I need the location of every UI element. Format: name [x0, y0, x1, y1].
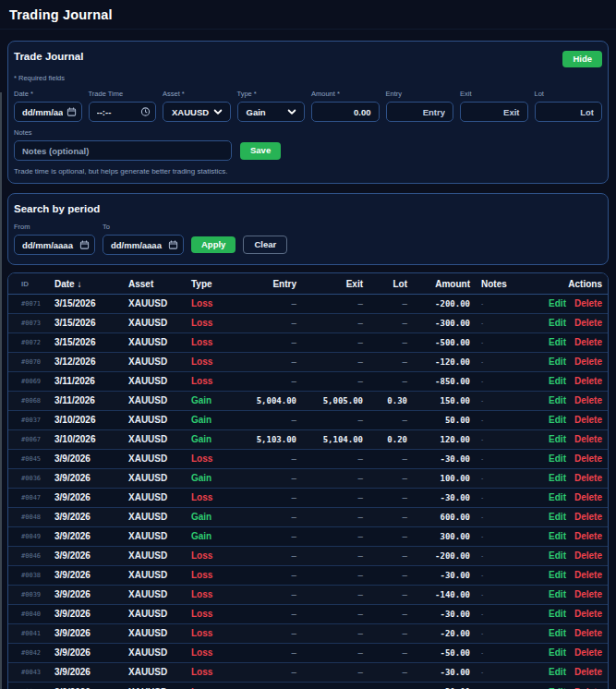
row-asset: XAUUSD	[123, 352, 186, 371]
row-date: 3/11/2026	[49, 391, 123, 410]
row-lot: –	[368, 662, 413, 682]
row-id-value: #0038	[21, 572, 41, 579]
row-lot-value: 0.20	[387, 435, 407, 444]
row-exit: –	[302, 449, 368, 468]
lot-input[interactable]	[535, 102, 603, 122]
row-entry: –	[234, 662, 302, 682]
delete-link[interactable]: Delete	[574, 512, 602, 522]
edit-link[interactable]: Edit	[549, 415, 566, 425]
notes-input[interactable]	[14, 140, 232, 161]
row-asset-value: XAUUSD	[128, 357, 167, 367]
edit-link[interactable]: Edit	[549, 298, 566, 308]
delete-link[interactable]: Delete	[574, 357, 602, 367]
edit-link[interactable]: Edit	[549, 337, 566, 347]
row-amount: -850.00	[413, 371, 476, 391]
row-notes: -	[476, 429, 516, 449]
delete-link[interactable]: Delete	[574, 628, 602, 638]
row-lot: –	[368, 604, 413, 623]
header-asset[interactable]: Asset	[123, 273, 186, 294]
edit-link[interactable]: Edit	[549, 434, 566, 444]
row-id-value: #0072	[21, 339, 41, 346]
header-date[interactable]: Date ↓	[49, 273, 123, 294]
delete-link[interactable]: Delete	[574, 337, 602, 347]
row-asset-value: XAUUSD	[128, 453, 167, 464]
edit-link[interactable]: Edit	[549, 473, 566, 483]
delete-link[interactable]: Delete	[574, 647, 602, 658]
delete-link[interactable]: Delete	[574, 531, 602, 541]
delete-link[interactable]: Delete	[574, 395, 602, 405]
row-amount-value: 150.00	[440, 396, 470, 405]
edit-link[interactable]: Edit	[549, 376, 566, 386]
row-id-value: #0071	[21, 300, 41, 308]
row-amount-value: 300.00	[440, 532, 470, 541]
edit-link[interactable]: Edit	[549, 531, 566, 541]
trade-journal-panel: Trade Journal Hide * Required fields Dat…	[7, 41, 609, 184]
table-row: #00363/9/2026XAUUSDGain–––100.00-EditDel…	[8, 468, 608, 488]
row-amount-value: -30.00	[440, 610, 470, 619]
edit-link[interactable]: Edit	[549, 357, 566, 367]
row-lot-value: –	[403, 648, 407, 658]
apply-button[interactable]: Apply	[191, 236, 236, 253]
edit-link[interactable]: Edit	[549, 395, 566, 405]
row-exit: –	[302, 662, 368, 682]
delete-link[interactable]: Delete	[574, 376, 602, 386]
edit-link[interactable]: Edit	[549, 492, 566, 502]
edit-link[interactable]: Edit	[549, 550, 566, 561]
row-lot-value: –	[403, 299, 407, 308]
clock-icon[interactable]	[140, 107, 151, 117]
edit-link[interactable]: Edit	[549, 570, 566, 580]
delete-link[interactable]: Delete	[574, 492, 602, 502]
exit-field: Exit	[460, 90, 528, 122]
row-id: #0045	[8, 449, 49, 468]
amount-input[interactable]	[311, 102, 380, 122]
clear-button[interactable]: Clear	[243, 236, 287, 254]
hide-button[interactable]: Hide	[562, 51, 602, 67]
row-date: 3/15/2026	[49, 294, 123, 313]
table-row: #00393/9/2026XAUUSDLoss–––-140.00-EditDe…	[8, 585, 608, 604]
delete-link[interactable]: Delete	[574, 415, 602, 425]
calendar-icon[interactable]	[79, 240, 90, 250]
exit-input[interactable]	[460, 102, 528, 122]
row-id-value: #0047	[21, 494, 41, 502]
save-button[interactable]: Save	[240, 142, 281, 159]
asset-select[interactable]: XAUUSD	[163, 102, 231, 122]
header-amount[interactable]: Amount	[413, 273, 476, 294]
edit-link[interactable]: Edit	[549, 628, 566, 638]
edit-link[interactable]: Edit	[549, 512, 566, 522]
delete-link[interactable]: Delete	[574, 667, 602, 677]
edit-link[interactable]: Edit	[549, 318, 566, 328]
edit-link[interactable]: Edit	[549, 667, 566, 677]
header-id[interactable]: ID	[8, 273, 49, 294]
row-asset-value: XAUUSD	[128, 415, 167, 425]
delete-link[interactable]: Delete	[574, 318, 602, 328]
header-exit[interactable]: Exit	[302, 273, 368, 294]
delete-link[interactable]: Delete	[574, 570, 602, 580]
row-date-value: 3/15/2026	[54, 318, 96, 328]
delete-link[interactable]: Delete	[574, 298, 602, 308]
left-edge-scrollbar[interactable]	[0, 92, 2, 689]
entry-input[interactable]	[386, 102, 454, 122]
delete-link[interactable]: Delete	[574, 453, 602, 464]
delete-link[interactable]: Delete	[574, 589, 602, 599]
row-entry-value: –	[292, 648, 296, 658]
delete-link[interactable]: Delete	[574, 609, 602, 619]
header-entry[interactable]: Entry	[234, 273, 302, 294]
row-entry-value: –	[292, 416, 296, 425]
row-notes-value: -	[481, 669, 483, 675]
header-notes[interactable]: Notes	[476, 273, 516, 294]
edit-link[interactable]: Edit	[549, 647, 566, 658]
row-notes-value: -	[481, 514, 483, 520]
calendar-icon[interactable]	[168, 240, 178, 250]
calendar-icon[interactable]	[66, 107, 77, 117]
delete-link[interactable]: Delete	[574, 473, 602, 483]
delete-link[interactable]: Delete	[574, 550, 602, 561]
row-notes-value: -	[481, 475, 483, 481]
header-type[interactable]: Type	[186, 273, 234, 294]
edit-link[interactable]: Edit	[549, 589, 566, 599]
type-select[interactable]: Gain	[237, 102, 306, 122]
edit-link[interactable]: Edit	[549, 609, 566, 619]
header-lot[interactable]: Lot	[368, 273, 413, 294]
edit-link[interactable]: Edit	[549, 453, 566, 464]
delete-link[interactable]: Delete	[574, 434, 602, 444]
row-actions: EditDelete	[516, 507, 608, 526]
